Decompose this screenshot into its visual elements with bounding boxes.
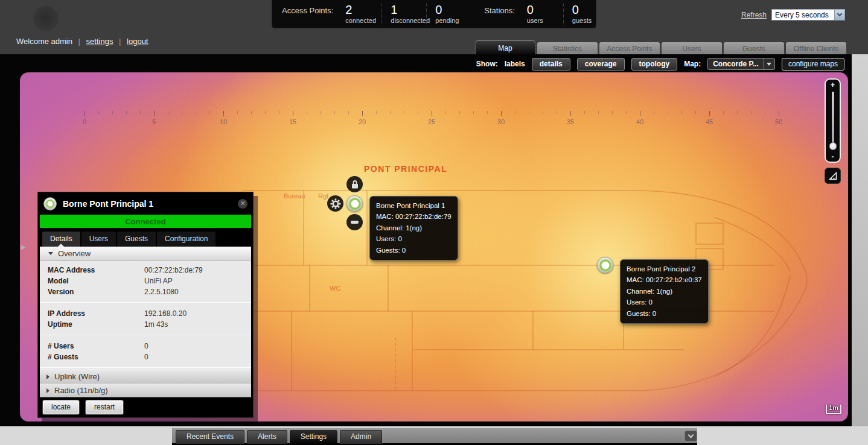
ap-detail-panel: Borne Pont Principal 1 ✕ Connected Detai…: [37, 192, 254, 418]
configure-maps-button[interactable]: configure maps: [782, 58, 844, 71]
access-point-marker-1[interactable]: [346, 195, 363, 212]
measure-tool-button[interactable]: [825, 168, 841, 184]
ap-tooltip-1: Borne Pont Principal 1 MAC: 00:27:22:b2:…: [369, 196, 458, 260]
ap-tooltip-guests: Guests: 0: [376, 245, 452, 256]
panel-tab-configuration[interactable]: Configuration: [157, 232, 215, 247]
floor-label-rgt: Rgt: [318, 192, 328, 200]
lock-icon[interactable]: [346, 176, 363, 192]
bottom-area: Recent Events Alerts Settings Admin: [0, 426, 868, 445]
detail-row: Version 2.2.5.1080: [40, 286, 251, 297]
close-icon[interactable]: ✕: [238, 199, 247, 209]
detail-row: Model UniFi AP: [40, 276, 251, 286]
refresh-interval-select[interactable]: Every 5 seconds: [771, 9, 845, 21]
right-gutter: [852, 54, 868, 426]
map-select-value: Concorde P...: [708, 58, 764, 69]
ap-panel-body: Overview MAC Address 00:27:22:b2:de:79 M…: [40, 247, 251, 397]
map-toolbar: Show: labels details coverage topology M…: [476, 57, 844, 71]
overview-section-header[interactable]: Overview: [40, 247, 251, 261]
ap-tooltip-guests: Guests: 0: [627, 308, 702, 319]
zoom-knob[interactable]: [829, 142, 837, 150]
show-label: Show:: [476, 60, 498, 68]
summary-stats-box: Access Points: 2 connected 1 disconnecte…: [272, 0, 596, 28]
ruler-label: 25: [428, 118, 435, 125]
ap-panel-title: Borne Pont Principal 1: [63, 199, 153, 209]
tab-users[interactable]: Users: [662, 42, 722, 55]
remove-icon[interactable]: [346, 214, 363, 230]
tab-offline-clients[interactable]: Offline Clients: [786, 42, 846, 55]
ruler-label: 35: [567, 118, 574, 125]
tab-map[interactable]: Map: [475, 40, 535, 55]
ap-tooltip-mac: MAC: 00:27:22:b2:de:79: [376, 211, 452, 222]
access-points-label: Access Points:: [282, 6, 333, 15]
ap-tooltip-users: Users: 0: [627, 297, 702, 308]
panel-collapse-arrow-icon[interactable]: ▶: [21, 244, 26, 250]
ap-tooltip-channel: Channel: 1(ng): [376, 222, 452, 233]
detail-row: Uptime 1m 43s: [40, 319, 251, 330]
logout-link[interactable]: logout: [127, 37, 148, 46]
ruler-minor-ticks: [85, 111, 783, 114]
panel-tab-details[interactable]: Details: [42, 232, 80, 247]
zoom-slider[interactable]: + -: [825, 78, 841, 163]
overview-group-network: IP Address 192.168.0.20 Uptime 1m 43s: [40, 305, 251, 333]
welcome-text: Welcome admin: [16, 37, 72, 46]
collapse-closed-icon: [46, 374, 49, 379]
ruler-label: 50: [775, 118, 782, 125]
welcome-row: Welcome admin | settings | logout: [16, 37, 148, 46]
settings-link[interactable]: settings: [86, 37, 113, 46]
restart-button[interactable]: restart: [86, 400, 123, 414]
panel-tab-guests[interactable]: Guests: [117, 232, 156, 247]
tab-guests[interactable]: Guests: [724, 42, 784, 55]
floor-label-bureau: Bureau: [284, 192, 305, 200]
details-toggle-button[interactable]: details: [532, 58, 570, 71]
zoom-track[interactable]: [832, 92, 834, 150]
gear-icon[interactable]: [327, 195, 343, 212]
tab-recent-events[interactable]: Recent Events: [176, 430, 244, 444]
tab-settings[interactable]: Settings: [290, 430, 337, 444]
map-label: Map:: [684, 60, 701, 68]
labels-toggle-button[interactable]: labels: [505, 60, 525, 68]
stat-disconnected: 1 disconnected: [381, 4, 426, 25]
ap-panel-header: Borne Pont Principal 1 ✕: [40, 192, 251, 215]
dropdown-arrow-icon[interactable]: [834, 10, 844, 20]
uplink-section-header[interactable]: Uplink (Wire): [40, 370, 251, 383]
topology-toggle-button[interactable]: topology: [631, 58, 678, 71]
ruler-label: 5: [152, 118, 156, 125]
map-select-arrow-icon[interactable]: [764, 58, 774, 69]
coverage-toggle-button[interactable]: coverage: [577, 58, 625, 71]
tab-statistics[interactable]: Statistics: [537, 42, 598, 55]
divider: [40, 335, 251, 335]
detail-row: # Users 0: [40, 341, 251, 352]
locate-button[interactable]: locate: [43, 400, 79, 414]
ruler-label: 20: [359, 118, 366, 125]
ruler-label: 45: [706, 118, 713, 125]
ap-tooltip-channel: Channel: 1(ng): [627, 286, 702, 297]
ruler-label: 0: [83, 118, 86, 125]
overview-group-identity: MAC Address 00:27:22:b2:de:79 Model UniF…: [40, 261, 251, 300]
ap-tooltip-mac: MAC: 00:27:22:b2:e0:37: [627, 274, 702, 285]
zoom-out-button[interactable]: -: [826, 153, 840, 161]
collapse-open-icon: [48, 252, 53, 255]
detail-row: IP Address 192.168.0.20: [40, 308, 251, 319]
refresh-link[interactable]: Refresh: [741, 11, 767, 19]
ap-tooltip-2: Borne Pont Principal 2 MAC: 00:27:22:b2:…: [620, 259, 709, 324]
tab-alerts[interactable]: Alerts: [247, 430, 287, 444]
access-point-marker-2[interactable]: [597, 257, 613, 273]
radio-section-header[interactable]: Radio (11n/b/g): [40, 383, 251, 397]
ap-tooltip-users: Users: 0: [376, 233, 452, 244]
collapse-bar-chevron-icon[interactable]: [685, 431, 697, 441]
zoom-in-button[interactable]: +: [826, 81, 840, 89]
tab-access-points[interactable]: Access Points: [599, 42, 660, 55]
map-select[interactable]: Concorde P...: [707, 58, 775, 70]
scale-indicator: 1m: [826, 405, 841, 414]
refresh-interval-value: Every 5 seconds: [772, 10, 834, 20]
stat-connected: 2 connected: [337, 4, 381, 25]
main-nav-tabs: Map Statistics Access Points Users Guest…: [475, 40, 846, 55]
floor-label-wc: WC: [330, 285, 340, 292]
detail-row: # Guests 0: [40, 352, 251, 362]
ruler-label: 10: [220, 118, 227, 125]
unifi-logo: [33, 6, 59, 31]
stations-label: Stations:: [484, 6, 515, 15]
tab-admin[interactable]: Admin: [340, 430, 382, 444]
panel-tab-users[interactable]: Users: [81, 232, 116, 247]
ap-status-icon: [43, 197, 57, 210]
